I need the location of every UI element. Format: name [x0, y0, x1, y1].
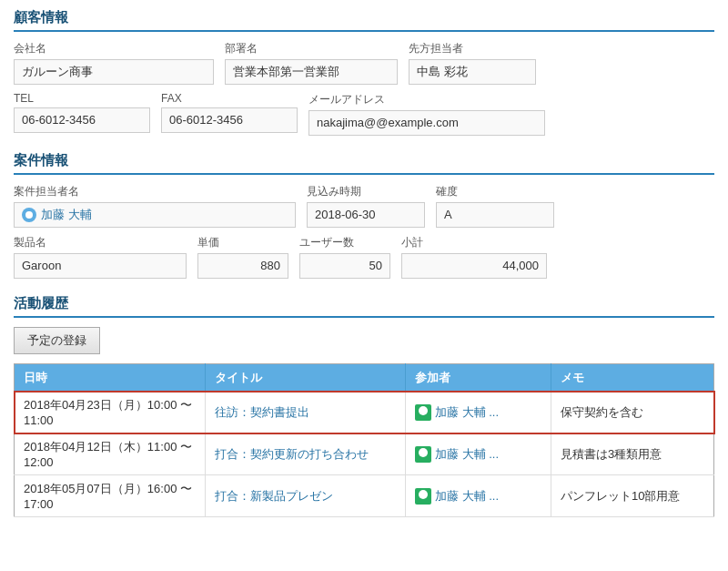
assignee-icon: [22, 208, 36, 222]
table-row: 2018年05月07日（月）16:00 〜 17:00打合：新製品プレゼン加藤 …: [15, 475, 714, 517]
activity-section-title: 活動履歴: [14, 295, 714, 318]
fax-group: FAX 06-6012-3456: [161, 92, 298, 133]
participant-link[interactable]: 加藤 大輔 ...: [435, 488, 499, 505]
activity-title-link[interactable]: 往訪：契約書提出: [215, 405, 309, 419]
fax-value: 06-6012-3456: [161, 107, 298, 133]
participant-cell: 加藤 大輔 ...: [415, 488, 541, 505]
assignee-cell: 加藤 大輔: [22, 207, 288, 223]
contact-group: 先方担当者 中島 彩花: [409, 41, 536, 85]
th-datetime: 日時: [15, 364, 206, 393]
certainty-value: A: [436, 202, 554, 228]
forecast-group: 見込み時期 2018-06-30: [307, 184, 425, 228]
company-value: ガルーン商事: [14, 59, 214, 85]
forecast-value: 2018-06-30: [307, 202, 425, 228]
certainty-group: 確度 A: [436, 184, 554, 228]
subtotal-group: 小計 44,000: [401, 235, 547, 279]
email-value: nakajima@@example.com: [308, 110, 545, 136]
cell-participants: 加藤 大輔 ...: [406, 392, 551, 433]
contact-value: 中島 彩花: [409, 59, 536, 85]
activity-title-link[interactable]: 打合：新製品プレゼン: [215, 489, 333, 503]
assignee-label: 案件担当者名: [14, 184, 296, 199]
certainty-label: 確度: [436, 184, 554, 199]
case-section: 案件情報 案件担当者名 加藤 大輔 見込み時期 2018-06-30 確度 A …: [14, 152, 714, 279]
cell-participants: 加藤 大輔 ...: [406, 475, 551, 517]
case-section-title: 案件情報: [14, 152, 714, 175]
cell-datetime: 2018年05月07日（月）16:00 〜 17:00: [15, 475, 206, 517]
tel-value: 06-6012-3456: [14, 107, 150, 133]
users-group: ユーザー数 50: [299, 235, 390, 279]
th-participants: 参加者: [406, 364, 551, 393]
company-label: 会社名: [14, 41, 214, 56]
customer-row-2: TEL 06-6012-3456 FAX 06-6012-3456 メールアドレ…: [14, 92, 714, 136]
participant-link[interactable]: 加藤 大輔 ...: [435, 446, 499, 463]
price-value: 880: [197, 253, 288, 279]
cell-datetime: 2018年04月12日（木）11:00 〜 12:00: [15, 433, 206, 475]
case-row-1: 案件担当者名 加藤 大輔 見込み時期 2018-06-30 確度 A: [14, 184, 714, 228]
register-button[interactable]: 予定の登録: [14, 327, 100, 354]
subtotal-label: 小計: [401, 235, 547, 250]
th-title: タイトル: [206, 364, 406, 393]
fax-label: FAX: [161, 92, 298, 105]
tel-group: TEL 06-6012-3456: [14, 92, 150, 133]
cell-title: 打合：新製品プレゼン: [206, 475, 406, 517]
th-memo: メモ: [551, 364, 714, 393]
users-value: 50: [299, 253, 390, 279]
cell-memo: 見積書は3種類用意: [551, 433, 714, 475]
forecast-label: 見込み時期: [307, 184, 425, 199]
price-label: 単価: [197, 235, 288, 250]
activity-section: 活動履歴 予定の登録 日時 タイトル 参加者 メモ 2018年04月23日（月）…: [14, 295, 714, 517]
product-value: Garoon: [14, 253, 187, 279]
contact-label: 先方担当者: [409, 41, 536, 56]
user-avatar-icon: [415, 404, 431, 421]
tel-label: TEL: [14, 92, 150, 105]
cell-participants: 加藤 大輔 ...: [406, 433, 551, 475]
participant-link[interactable]: 加藤 大輔 ...: [435, 404, 499, 421]
product-label: 製品名: [14, 235, 187, 250]
customer-section: 顧客情報 会社名 ガルーン商事 部署名 営業本部第一営業部 先方担当者 中島 彩…: [14, 9, 714, 136]
user-avatar-icon: [415, 488, 431, 505]
activity-title-link[interactable]: 打合：契約更新の打ち合わせ: [215, 447, 369, 461]
company-group: 会社名 ガルーン商事: [14, 41, 214, 85]
cell-memo: パンフレット10部用意: [551, 475, 714, 517]
customer-section-title: 顧客情報: [14, 9, 714, 32]
assignee-link[interactable]: 加藤 大輔: [41, 207, 92, 223]
activity-table: 日時 タイトル 参加者 メモ 2018年04月23日（月）10:00 〜 11:…: [14, 363, 714, 517]
user-avatar-icon: [415, 446, 431, 463]
email-label: メールアドレス: [308, 92, 545, 107]
dept-value: 営業本部第一営業部: [225, 59, 398, 85]
price-group: 単価 880: [197, 235, 288, 279]
users-label: ユーザー数: [299, 235, 390, 250]
assignee-value: 加藤 大輔: [14, 202, 296, 228]
cell-memo: 保守契約を含む: [551, 392, 714, 433]
dept-label: 部署名: [225, 41, 398, 56]
participant-cell: 加藤 大輔 ...: [415, 404, 541, 421]
participant-cell: 加藤 大輔 ...: [415, 446, 541, 463]
cell-title: 往訪：契約書提出: [206, 392, 406, 433]
table-row: 2018年04月12日（木）11:00 〜 12:00打合：契約更新の打ち合わせ…: [15, 433, 714, 475]
cell-title: 打合：契約更新の打ち合わせ: [206, 433, 406, 475]
table-header-row: 日時 タイトル 参加者 メモ: [15, 364, 714, 393]
cell-datetime: 2018年04月23日（月）10:00 〜 11:00: [15, 392, 206, 433]
assignee-group: 案件担当者名 加藤 大輔: [14, 184, 296, 228]
table-row: 2018年04月23日（月）10:00 〜 11:00往訪：契約書提出加藤 大輔…: [15, 392, 714, 433]
email-group: メールアドレス nakajima@@example.com: [308, 92, 545, 136]
subtotal-value: 44,000: [401, 253, 547, 279]
product-group: 製品名 Garoon: [14, 235, 187, 279]
case-row-2: 製品名 Garoon 単価 880 ユーザー数 50 小計 44,000: [14, 235, 714, 279]
dept-group: 部署名 営業本部第一営業部: [225, 41, 398, 85]
customer-row-1: 会社名 ガルーン商事 部署名 営業本部第一営業部 先方担当者 中島 彩花: [14, 41, 714, 85]
